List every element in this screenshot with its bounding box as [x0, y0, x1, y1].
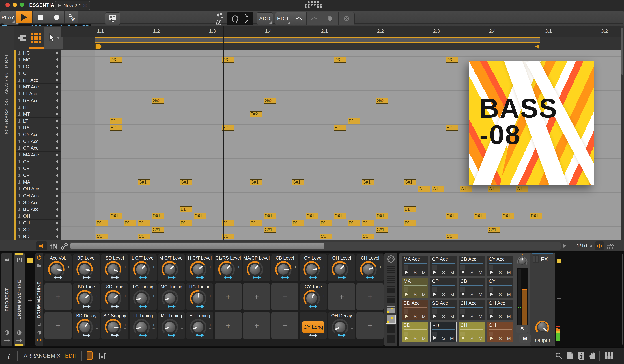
resolution-up-icon[interactable]: [589, 245, 593, 247]
macro-slot-empty[interactable]: +: [271, 312, 298, 339]
tab-drum-machine[interactable]: DRUM MACHINE: [14, 253, 25, 346]
macro-cell-ch-level[interactable]: CH Level+−: [356, 254, 384, 281]
minimize-window-light[interactable]: [13, 3, 17, 7]
tab-close-icon[interactable]: ✕: [83, 3, 87, 8]
modulation-route-icon[interactable]: [111, 275, 119, 280]
pad-volume-knob[interactable]: [517, 254, 528, 267]
key-mute-speaker-icon[interactable]: [55, 119, 60, 123]
mixer-sliders-icon[interactable]: [50, 243, 58, 250]
key-mute-speaker-icon[interactable]: [55, 92, 60, 96]
pad-solo-button[interactable]: S: [470, 336, 473, 341]
note-C1[interactable]: C1: [320, 233, 332, 239]
empty-macro-slot[interactable]: +: [356, 312, 384, 339]
note-Cs1[interactable]: C#1: [152, 227, 164, 233]
pad-play-icon[interactable]: [490, 292, 494, 296]
tab-project[interactable]: PROJECT: [1, 253, 12, 346]
pad-mute-button[interactable]: M: [422, 314, 426, 319]
fine-adjust-buttons[interactable]: +−: [294, 266, 297, 273]
pad-mute-button[interactable]: M: [422, 336, 426, 341]
empty-macro-slot[interactable]: +: [243, 283, 270, 310]
note-Fs2[interactable]: F#2: [250, 111, 262, 117]
pad-sd-acc[interactable]: SD AccSM: [430, 300, 457, 320]
fine-adjust-buttons[interactable]: +−: [237, 266, 240, 273]
macro-cell-hc-tuning[interactable]: HC Tuning+−: [186, 283, 213, 310]
key-mute-speaker-icon[interactable]: [55, 112, 60, 116]
pad-play-icon[interactable]: [490, 270, 494, 274]
note-Ds1[interactable]: D#1: [530, 213, 542, 219]
modulation-clock-icon[interactable]: [37, 330, 42, 335]
modulation-route-icon[interactable]: [309, 275, 317, 280]
modulation-route-icon[interactable]: [309, 304, 317, 309]
drum-key-row[interactable]: 1BD: [16, 233, 61, 240]
copy-button[interactable]: [322, 12, 338, 25]
note-Ds1[interactable]: D#1: [334, 213, 346, 219]
horizontal-scrollbar[interactable]: [70, 242, 561, 250]
drum-key-row[interactable]: 1RS Acc: [16, 97, 61, 104]
snap-toggle-button[interactable]: [595, 241, 604, 250]
macro-cell-ma-cp-level[interactable]: MA/CP Level+−: [243, 254, 270, 281]
macro-cell-mt-tuning[interactable]: MT Tuning+−: [158, 312, 185, 339]
preset-folder-icon[interactable]: [37, 263, 42, 267]
macro-cell-sd-level[interactable]: SD Level+−: [101, 254, 128, 281]
pad-play-icon[interactable]: [461, 314, 465, 318]
modulation-route-icon[interactable]: [224, 275, 232, 280]
drum-key-row[interactable]: 1MT Acc: [16, 84, 61, 91]
note-C1[interactable]: C1: [96, 233, 108, 239]
pad-solo-button[interactable]: S: [414, 314, 417, 319]
pad-mute-button[interactable]: M: [422, 270, 426, 275]
scrollbar-thumb[interactable]: [71, 243, 324, 249]
fine-adjust-buttons[interactable]: +−: [351, 323, 353, 330]
fine-adjust-buttons[interactable]: +−: [153, 266, 155, 273]
pad-swatch[interactable]: [404, 332, 408, 336]
key-mute-speaker-icon[interactable]: [55, 214, 60, 218]
pad-solo-button[interactable]: S: [442, 292, 445, 297]
note-D1[interactable]: D1: [124, 220, 136, 226]
note-Ds1[interactable]: D#1: [376, 213, 388, 219]
note-Gs2[interactable]: G#2: [376, 98, 388, 104]
clip-panel-toggle[interactable]: [86, 351, 93, 360]
pad-solo-button[interactable]: S: [414, 292, 417, 297]
pad-solo-button[interactable]: S: [414, 336, 417, 341]
fine-adjust-buttons[interactable]: +−: [323, 266, 325, 273]
drum-key-row[interactable]: 1CH: [16, 220, 61, 227]
empty-macro-slot[interactable]: +: [328, 283, 355, 310]
view-edit[interactable]: EDIT: [65, 353, 77, 359]
macro-cell-lc-tuning[interactable]: LC Tuning+−: [130, 283, 157, 310]
pad-oh[interactable]: OHSM: [487, 322, 513, 342]
key-mute-speaker-icon[interactable]: [55, 187, 60, 191]
view-mix[interactable]: MIX: [51, 353, 60, 359]
drum-key-row[interactable]: 1MC: [16, 56, 61, 63]
note-G1[interactable]: G1: [460, 186, 472, 192]
fine-adjust-buttons[interactable]: +−: [351, 266, 353, 273]
pad-swatch[interactable]: [432, 288, 437, 292]
note-Gs1[interactable]: G#1: [250, 179, 262, 185]
drum-key-row[interactable]: 1MT: [16, 111, 61, 118]
pad-cy-acc[interactable]: CY AccSM: [487, 256, 513, 276]
pad-mute-button[interactable]: M: [479, 270, 483, 275]
fine-adjust-buttons[interactable]: +−: [124, 266, 127, 273]
drum-key-row[interactable]: 1RS: [16, 124, 61, 131]
macro-slot-empty[interactable]: +: [215, 312, 242, 339]
note-D1[interactable]: D1: [250, 220, 262, 226]
note-Gs1[interactable]: G#1: [138, 179, 150, 185]
note-list-view-icon[interactable]: [18, 34, 27, 42]
note-D1[interactable]: D1: [362, 220, 374, 226]
macro-slot-empty[interactable]: +: [243, 283, 270, 310]
audition-button[interactable]: [36, 241, 47, 250]
clip-region-bar[interactable]: [95, 37, 540, 43]
key-mute-speaker-icon[interactable]: [55, 160, 60, 164]
view-arrange[interactable]: ARRANGE: [24, 353, 51, 359]
edit-menu-button[interactable]: EDIT: [275, 12, 291, 25]
pad-ch-acc[interactable]: CH AccSM: [459, 300, 485, 320]
pad-mute-button[interactable]: M: [507, 336, 511, 341]
modulation-route-icon[interactable]: [167, 333, 176, 338]
modulation-route-icon[interactable]: [252, 275, 261, 280]
pad-solo-button[interactable]: S: [470, 270, 473, 275]
drum-key-row[interactable]: 1CB: [16, 165, 61, 172]
macro-cell-cy-level[interactable]: CY Level+−: [300, 254, 327, 281]
pad-ma[interactable]: MASM: [402, 278, 428, 298]
pad-solo-button[interactable]: S: [442, 336, 445, 341]
macro-cell-h-c-t-level[interactable]: H C/T Level+−: [186, 254, 213, 281]
drum-key-row[interactable]: 1HT Acc: [16, 77, 61, 84]
pad-bank-6[interactable]: [387, 316, 395, 323]
